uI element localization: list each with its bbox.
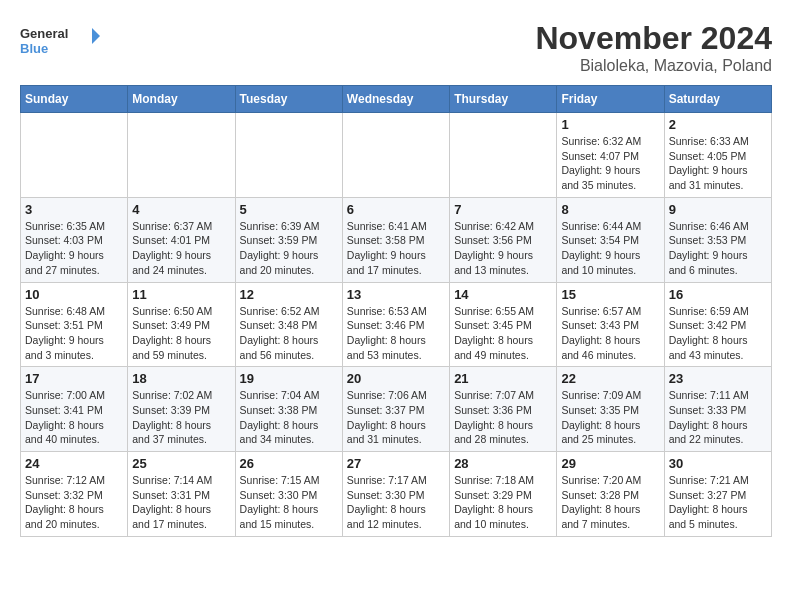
- day-cell: 30Sunrise: 7:21 AM Sunset: 3:27 PM Dayli…: [664, 452, 771, 537]
- day-number: 28: [454, 456, 552, 471]
- day-cell: 13Sunrise: 6:53 AM Sunset: 3:46 PM Dayli…: [342, 282, 449, 367]
- location: Bialoleka, Mazovia, Poland: [535, 57, 772, 75]
- month-title: November 2024: [535, 20, 772, 57]
- day-number: 12: [240, 287, 338, 302]
- day-number: 27: [347, 456, 445, 471]
- day-number: 11: [132, 287, 230, 302]
- weekday-monday: Monday: [128, 86, 235, 113]
- day-cell: 9Sunrise: 6:46 AM Sunset: 3:53 PM Daylig…: [664, 197, 771, 282]
- day-number: 25: [132, 456, 230, 471]
- day-info: Sunrise: 6:53 AM Sunset: 3:46 PM Dayligh…: [347, 304, 445, 363]
- title-block: November 2024 Bialoleka, Mazovia, Poland: [535, 20, 772, 75]
- calendar: SundayMondayTuesdayWednesdayThursdayFrid…: [20, 85, 772, 537]
- day-info: Sunrise: 6:32 AM Sunset: 4:07 PM Dayligh…: [561, 134, 659, 193]
- day-cell: 19Sunrise: 7:04 AM Sunset: 3:38 PM Dayli…: [235, 367, 342, 452]
- day-cell: 3Sunrise: 6:35 AM Sunset: 4:03 PM Daylig…: [21, 197, 128, 282]
- day-cell: 28Sunrise: 7:18 AM Sunset: 3:29 PM Dayli…: [450, 452, 557, 537]
- day-number: 18: [132, 371, 230, 386]
- day-info: Sunrise: 6:39 AM Sunset: 3:59 PM Dayligh…: [240, 219, 338, 278]
- day-cell: 14Sunrise: 6:55 AM Sunset: 3:45 PM Dayli…: [450, 282, 557, 367]
- weekday-header-row: SundayMondayTuesdayWednesdayThursdayFrid…: [21, 86, 772, 113]
- day-number: 2: [669, 117, 767, 132]
- day-cell: 27Sunrise: 7:17 AM Sunset: 3:30 PM Dayli…: [342, 452, 449, 537]
- week-row-2: 3Sunrise: 6:35 AM Sunset: 4:03 PM Daylig…: [21, 197, 772, 282]
- day-info: Sunrise: 6:55 AM Sunset: 3:45 PM Dayligh…: [454, 304, 552, 363]
- weekday-sunday: Sunday: [21, 86, 128, 113]
- day-number: 21: [454, 371, 552, 386]
- day-info: Sunrise: 7:17 AM Sunset: 3:30 PM Dayligh…: [347, 473, 445, 532]
- logo: General Blue: [20, 20, 100, 64]
- day-info: Sunrise: 6:57 AM Sunset: 3:43 PM Dayligh…: [561, 304, 659, 363]
- day-info: Sunrise: 7:06 AM Sunset: 3:37 PM Dayligh…: [347, 388, 445, 447]
- weekday-saturday: Saturday: [664, 86, 771, 113]
- day-cell: [235, 113, 342, 198]
- day-cell: 15Sunrise: 6:57 AM Sunset: 3:43 PM Dayli…: [557, 282, 664, 367]
- day-cell: 22Sunrise: 7:09 AM Sunset: 3:35 PM Dayli…: [557, 367, 664, 452]
- day-number: 13: [347, 287, 445, 302]
- day-number: 10: [25, 287, 123, 302]
- day-number: 29: [561, 456, 659, 471]
- day-number: 30: [669, 456, 767, 471]
- day-cell: [128, 113, 235, 198]
- day-number: 5: [240, 202, 338, 217]
- day-info: Sunrise: 6:41 AM Sunset: 3:58 PM Dayligh…: [347, 219, 445, 278]
- day-info: Sunrise: 7:15 AM Sunset: 3:30 PM Dayligh…: [240, 473, 338, 532]
- day-cell: 4Sunrise: 6:37 AM Sunset: 4:01 PM Daylig…: [128, 197, 235, 282]
- day-info: Sunrise: 7:02 AM Sunset: 3:39 PM Dayligh…: [132, 388, 230, 447]
- day-info: Sunrise: 6:42 AM Sunset: 3:56 PM Dayligh…: [454, 219, 552, 278]
- day-number: 19: [240, 371, 338, 386]
- day-cell: 16Sunrise: 6:59 AM Sunset: 3:42 PM Dayli…: [664, 282, 771, 367]
- day-number: 6: [347, 202, 445, 217]
- day-cell: 10Sunrise: 6:48 AM Sunset: 3:51 PM Dayli…: [21, 282, 128, 367]
- day-number: 20: [347, 371, 445, 386]
- weekday-thursday: Thursday: [450, 86, 557, 113]
- svg-text:General: General: [20, 26, 68, 41]
- day-info: Sunrise: 7:04 AM Sunset: 3:38 PM Dayligh…: [240, 388, 338, 447]
- day-info: Sunrise: 6:50 AM Sunset: 3:49 PM Dayligh…: [132, 304, 230, 363]
- weekday-tuesday: Tuesday: [235, 86, 342, 113]
- svg-text:Blue: Blue: [20, 41, 48, 56]
- day-cell: 21Sunrise: 7:07 AM Sunset: 3:36 PM Dayli…: [450, 367, 557, 452]
- day-info: Sunrise: 6:35 AM Sunset: 4:03 PM Dayligh…: [25, 219, 123, 278]
- week-row-4: 17Sunrise: 7:00 AM Sunset: 3:41 PM Dayli…: [21, 367, 772, 452]
- day-number: 16: [669, 287, 767, 302]
- day-info: Sunrise: 6:59 AM Sunset: 3:42 PM Dayligh…: [669, 304, 767, 363]
- day-info: Sunrise: 6:44 AM Sunset: 3:54 PM Dayligh…: [561, 219, 659, 278]
- day-info: Sunrise: 7:12 AM Sunset: 3:32 PM Dayligh…: [25, 473, 123, 532]
- day-info: Sunrise: 6:33 AM Sunset: 4:05 PM Dayligh…: [669, 134, 767, 193]
- day-number: 1: [561, 117, 659, 132]
- day-cell: 25Sunrise: 7:14 AM Sunset: 3:31 PM Dayli…: [128, 452, 235, 537]
- day-cell: 2Sunrise: 6:33 AM Sunset: 4:05 PM Daylig…: [664, 113, 771, 198]
- day-number: 3: [25, 202, 123, 217]
- day-number: 17: [25, 371, 123, 386]
- page-header: General Blue November 2024 Bialoleka, Ma…: [20, 20, 772, 75]
- day-cell: [342, 113, 449, 198]
- day-info: Sunrise: 7:11 AM Sunset: 3:33 PM Dayligh…: [669, 388, 767, 447]
- week-row-3: 10Sunrise: 6:48 AM Sunset: 3:51 PM Dayli…: [21, 282, 772, 367]
- day-cell: 6Sunrise: 6:41 AM Sunset: 3:58 PM Daylig…: [342, 197, 449, 282]
- day-info: Sunrise: 6:52 AM Sunset: 3:48 PM Dayligh…: [240, 304, 338, 363]
- day-info: Sunrise: 7:21 AM Sunset: 3:27 PM Dayligh…: [669, 473, 767, 532]
- day-cell: 8Sunrise: 6:44 AM Sunset: 3:54 PM Daylig…: [557, 197, 664, 282]
- day-cell: 18Sunrise: 7:02 AM Sunset: 3:39 PM Dayli…: [128, 367, 235, 452]
- day-cell: 24Sunrise: 7:12 AM Sunset: 3:32 PM Dayli…: [21, 452, 128, 537]
- day-number: 24: [25, 456, 123, 471]
- day-info: Sunrise: 7:20 AM Sunset: 3:28 PM Dayligh…: [561, 473, 659, 532]
- day-number: 23: [669, 371, 767, 386]
- day-info: Sunrise: 7:07 AM Sunset: 3:36 PM Dayligh…: [454, 388, 552, 447]
- day-cell: 26Sunrise: 7:15 AM Sunset: 3:30 PM Dayli…: [235, 452, 342, 537]
- day-number: 8: [561, 202, 659, 217]
- day-number: 15: [561, 287, 659, 302]
- day-cell: 12Sunrise: 6:52 AM Sunset: 3:48 PM Dayli…: [235, 282, 342, 367]
- day-cell: 20Sunrise: 7:06 AM Sunset: 3:37 PM Dayli…: [342, 367, 449, 452]
- day-info: Sunrise: 7:09 AM Sunset: 3:35 PM Dayligh…: [561, 388, 659, 447]
- day-cell: 5Sunrise: 6:39 AM Sunset: 3:59 PM Daylig…: [235, 197, 342, 282]
- day-info: Sunrise: 6:48 AM Sunset: 3:51 PM Dayligh…: [25, 304, 123, 363]
- svg-marker-2: [92, 28, 100, 44]
- day-number: 22: [561, 371, 659, 386]
- week-row-5: 24Sunrise: 7:12 AM Sunset: 3:32 PM Dayli…: [21, 452, 772, 537]
- day-info: Sunrise: 6:37 AM Sunset: 4:01 PM Dayligh…: [132, 219, 230, 278]
- logo-svg: General Blue: [20, 20, 100, 60]
- day-number: 9: [669, 202, 767, 217]
- day-info: Sunrise: 7:18 AM Sunset: 3:29 PM Dayligh…: [454, 473, 552, 532]
